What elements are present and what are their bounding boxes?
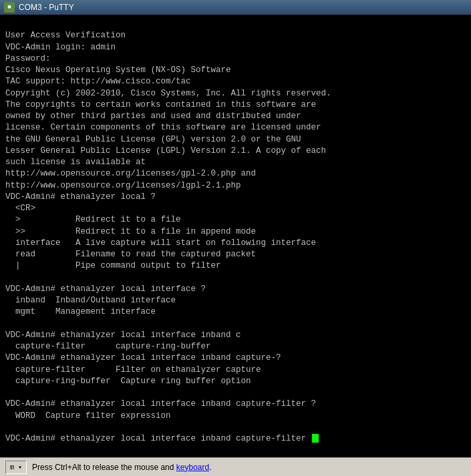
cursor [312, 434, 319, 443]
app-icon: ■ [4, 2, 15, 13]
title-bar: ■ COM3 - PuTTY [0, 0, 471, 15]
system-tray-button[interactable]: ⊞ ▾ [5, 461, 27, 474]
terminal-output[interactable]: User Access Verification VDC-Admin login… [0, 15, 471, 457]
keyboard-link: keyboard [176, 463, 209, 472]
status-bar: ⊞ ▾ Press Ctrl+Alt to release the mouse … [0, 457, 471, 476]
status-text: Press Ctrl+Alt to release the mouse and … [32, 463, 212, 472]
window-title: COM3 - PuTTY [19, 3, 74, 12]
